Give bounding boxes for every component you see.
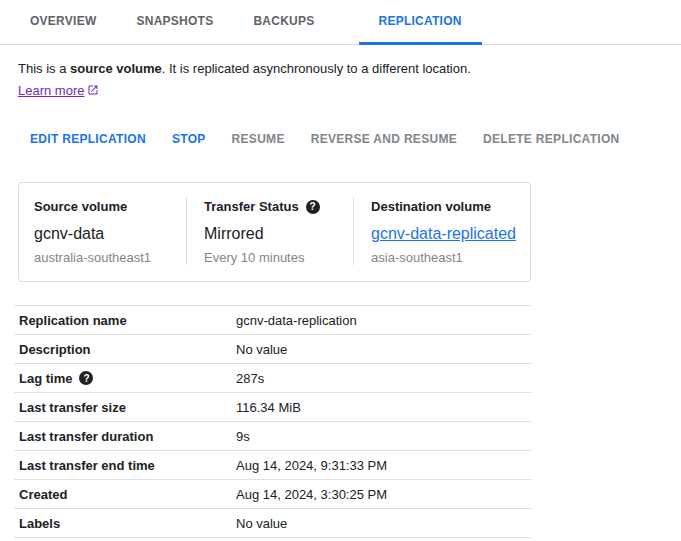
destination-volume-link[interactable]: gcnv-data-replicated [371,225,516,242]
tab-snapshots[interactable]: SNAPSHOTS [116,0,233,45]
open-in-new-icon [87,84,99,96]
lag-time-help-icon[interactable]: ? [79,371,93,385]
source-volume-column: Source volume gcnv-data australia-southe… [19,197,186,265]
source-volume-label: Source volume [34,199,172,214]
tab-backups[interactable]: BACKUPS [233,0,334,45]
source-volume-value: gcnv-data [34,225,172,243]
table-row-created: Created Aug 14, 2024, 3:30:25 PM [14,480,531,509]
table-row-description: Description No value [14,335,531,364]
reverse-and-resume-button[interactable]: REVERSE AND RESUME [311,132,457,146]
table-row-replication-name: Replication name gcnv-data-replication [14,306,531,335]
transfer-status-help-icon[interactable]: ? [306,200,320,214]
destination-volume-region: asia-southeast1 [371,250,516,265]
delete-replication-button[interactable]: DELETE REPLICATION [483,132,620,146]
source-volume-region: australia-southeast1 [34,250,172,265]
transfer-status-label: Transfer Status ? [204,199,339,214]
transfer-schedule: Every 10 minutes [204,250,339,265]
banner-middle: . It is replicated asynchronously to a d… [162,61,471,76]
learn-more-link[interactable]: Learn more [18,83,99,98]
tab-replication[interactable]: REPLICATION [359,0,482,45]
table-row-last-transfer-duration: Last transfer duration 9s [14,422,531,451]
replication-summary-card: Source volume gcnv-data australia-southe… [18,182,531,282]
banner-prefix: This is a [18,61,70,76]
resume-button[interactable]: RESUME [232,132,285,146]
transfer-status-column: Transfer Status ? Mirrored Every 10 minu… [186,197,353,265]
table-row-last-transfer-size: Last transfer size 116.34 MiB [14,393,531,422]
table-row-lag-time: Lag time ? 287s [14,364,531,393]
edit-replication-button[interactable]: EDIT REPLICATION [30,132,146,146]
banner-highlight: source volume [70,61,162,76]
transfer-status-value: Mirrored [204,225,339,243]
table-row-labels: Labels No value [14,509,531,538]
destination-volume-column: Destination volume gcnv-data-replicated … [353,197,530,265]
table-row-last-transfer-end-time: Last transfer end time Aug 14, 2024, 9:3… [14,451,531,480]
volume-tab-bar: OVERVIEW SNAPSHOTS BACKUPS REPLICATION [0,0,681,45]
destination-volume-label: Destination volume [371,199,516,214]
replication-details-table: Replication name gcnv-data-replication D… [14,305,531,538]
source-volume-banner: This is a source volume. It is replicate… [18,58,521,102]
stop-button[interactable]: STOP [172,132,206,146]
tab-overview[interactable]: OVERVIEW [10,0,116,45]
replication-actions-toolbar: EDIT REPLICATION STOP RESUME REVERSE AND… [30,132,681,146]
